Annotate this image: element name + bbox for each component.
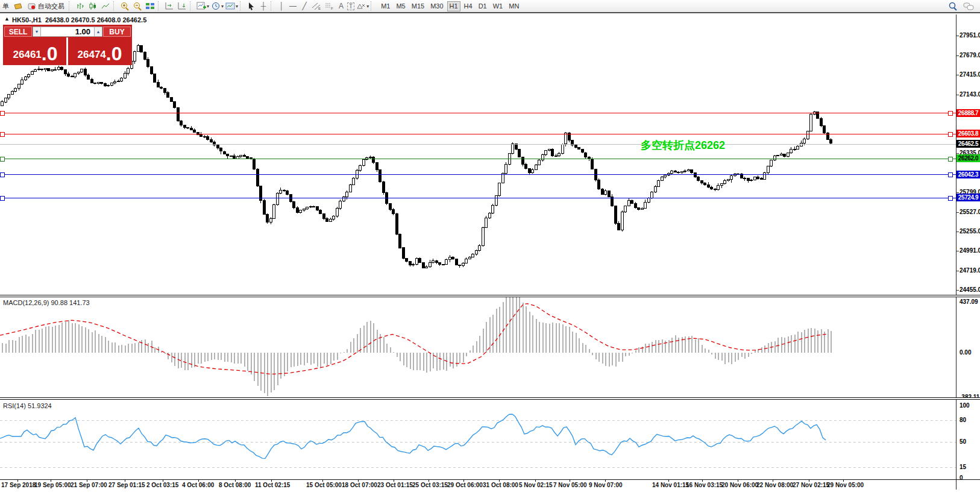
horizontal-line-tool-icon[interactable]: — bbox=[287, 2, 298, 10]
line-handle[interactable] bbox=[949, 132, 953, 136]
macd-signal-value: 141.73 bbox=[69, 299, 90, 306]
new-chart-icon[interactable] bbox=[195, 1, 207, 11]
line-handle[interactable] bbox=[949, 196, 953, 200]
price-tag[interactable]: 26603.8 bbox=[956, 130, 980, 137]
date-tick-mark bbox=[605, 479, 606, 482]
trade-panel-controls: SELL ▼ 1.00 ▲ BUY bbox=[4, 26, 131, 37]
auto-scroll-icon[interactable] bbox=[176, 1, 188, 11]
date-label: 22 Nov 08:00 bbox=[756, 482, 793, 488]
shapes-tool-icon[interactable] bbox=[355, 1, 367, 11]
new-order-label: 单 bbox=[2, 2, 9, 11]
line-handle[interactable] bbox=[1, 172, 5, 177]
date-tick-mark bbox=[51, 479, 51, 482]
chat-icon[interactable] bbox=[963, 1, 975, 11]
timeframe-button-d1[interactable]: D1 bbox=[476, 1, 489, 11]
timeframe-button-w1[interactable]: W1 bbox=[491, 1, 506, 11]
chart-text-annotation[interactable]: 多空转折点26262 bbox=[641, 138, 725, 153]
price-tag[interactable]: 26888.7 bbox=[956, 109, 980, 117]
template-caret-icon[interactable]: ▾ bbox=[236, 4, 238, 9]
volume-increase-button[interactable]: ▲ bbox=[94, 27, 102, 37]
line-handle[interactable] bbox=[1, 111, 5, 115]
svg-text:E: E bbox=[318, 7, 321, 10]
sell-button[interactable]: SELL bbox=[4, 27, 32, 37]
line-handle[interactable] bbox=[949, 172, 953, 177]
rsi-tick-label: 100 bbox=[960, 402, 970, 409]
new-order-button[interactable]: 单 bbox=[2, 1, 11, 11]
buy-price-dec: .0 bbox=[106, 45, 122, 63]
buy-button[interactable]: BUY bbox=[103, 27, 131, 37]
line-handle[interactable] bbox=[1, 132, 5, 136]
buy-price-button[interactable]: 26474.0 bbox=[68, 37, 132, 65]
date-label: 19 Sep 05:00 bbox=[34, 482, 71, 488]
toolbar-separator bbox=[158, 1, 162, 11]
timeframe-button-m15[interactable]: M15 bbox=[409, 1, 427, 11]
date-tick-mark bbox=[773, 479, 773, 482]
price-tag[interactable]: 26262.0 bbox=[956, 154, 980, 162]
search-icon[interactable] bbox=[947, 1, 959, 11]
date-label: 5 Nov 02:15 bbox=[519, 482, 553, 488]
line-handle[interactable] bbox=[1, 157, 5, 161]
date-label: 27 Sep 01:15 bbox=[108, 482, 145, 488]
auto-trading-label: 自动交易 bbox=[38, 2, 64, 11]
date-tick-mark bbox=[463, 479, 464, 482]
shapes-caret-icon[interactable]: ▾ bbox=[366, 4, 369, 9]
line-chart-style-icon[interactable] bbox=[99, 1, 112, 11]
macd-indicator-canvas[interactable] bbox=[0, 297, 956, 397]
zoom-out-icon[interactable] bbox=[131, 1, 143, 11]
fibonacci-tool-icon[interactable]: F bbox=[323, 1, 335, 11]
pane-separator[interactable] bbox=[0, 397, 980, 400]
text-tool-icon[interactable]: A bbox=[336, 2, 347, 10]
price-tag[interactable]: 26042.3 bbox=[956, 171, 980, 178]
zoom-in-icon[interactable] bbox=[119, 1, 131, 11]
sell-price-dec: .0 bbox=[42, 45, 58, 63]
panel-collapse-arrow[interactable]: ▲ bbox=[4, 16, 10, 22]
rsi-indicator-canvas[interactable] bbox=[0, 400, 956, 479]
new-chart-caret-icon[interactable]: ▾ bbox=[207, 4, 209, 9]
timeframe-button-h4[interactable]: H4 bbox=[462, 1, 475, 11]
line-handle[interactable] bbox=[1, 196, 5, 200]
date-tick-mark bbox=[570, 479, 570, 482]
crosshair-icon[interactable]: ┼ bbox=[258, 2, 269, 10]
line-handle[interactable] bbox=[949, 157, 953, 161]
rsi-tick-label: 80 bbox=[960, 417, 966, 423]
toolbar-right-group bbox=[947, 1, 975, 11]
sell-price-button[interactable]: 26461.0 bbox=[3, 37, 68, 65]
macd-label: MACD(12,26,9) 90.88 141.73 bbox=[3, 299, 90, 306]
date-label: 16 Nov 03:15 bbox=[686, 482, 723, 488]
timeframe-button-m30[interactable]: M30 bbox=[428, 1, 445, 11]
sell-price-int: 26461 bbox=[13, 47, 42, 63]
macd-tick-label: 0.00 bbox=[960, 349, 971, 356]
timeframe-button-m1[interactable]: M1 bbox=[378, 1, 392, 11]
label-tool-icon[interactable]: T bbox=[347, 2, 354, 10]
trendline-tool-icon[interactable]: ╱ bbox=[299, 2, 310, 10]
bar-chart-style-icon[interactable] bbox=[74, 1, 86, 11]
toolbar-separator bbox=[240, 1, 243, 11]
toolbar-separator bbox=[371, 1, 374, 11]
line-handle[interactable] bbox=[949, 111, 953, 115]
channel-tool-icon[interactable]: E bbox=[310, 1, 322, 11]
date-tick-mark bbox=[394, 479, 394, 482]
template-icon[interactable] bbox=[224, 1, 236, 11]
date-tick-mark bbox=[322, 479, 323, 482]
candlestick-style-icon[interactable] bbox=[87, 1, 99, 11]
orders-icon[interactable] bbox=[12, 1, 24, 11]
date-tick-mark bbox=[429, 479, 429, 482]
price-tag[interactable]: 25724.9 bbox=[956, 194, 980, 201]
periods-caret-icon[interactable]: ▾ bbox=[221, 4, 224, 9]
cursor-icon[interactable] bbox=[245, 1, 257, 11]
timeframe-button-h1[interactable]: H1 bbox=[447, 1, 460, 11]
volume-field[interactable]: 1.00 bbox=[41, 27, 94, 37]
auto-trading-button[interactable]: 自动交易 bbox=[25, 1, 67, 11]
tile-windows-icon[interactable] bbox=[144, 1, 156, 11]
vertical-line-tool-icon[interactable]: │ bbox=[276, 2, 287, 10]
volume-decrease-button[interactable]: ▼ bbox=[33, 27, 41, 37]
date-tick-mark bbox=[198, 479, 199, 482]
timeframe-button-mn[interactable]: MN bbox=[506, 1, 521, 11]
date-label: 11 Oct 02:15 bbox=[255, 482, 290, 488]
main-chart-canvas[interactable] bbox=[0, 14, 956, 295]
chart-shift-icon[interactable] bbox=[163, 1, 175, 11]
trade-panel-divider bbox=[66, 37, 68, 65]
periods-clock-icon[interactable] bbox=[210, 1, 222, 11]
timeframe-button-m5[interactable]: M5 bbox=[394, 1, 407, 11]
pane-separator[interactable] bbox=[0, 295, 980, 297]
